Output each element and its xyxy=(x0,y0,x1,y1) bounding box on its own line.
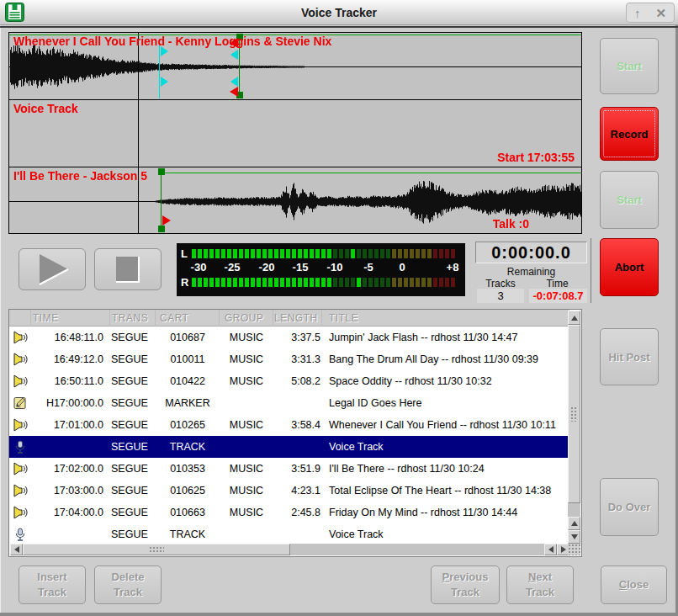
fade-handle-icon[interactable] xyxy=(161,77,168,87)
meter-segment xyxy=(209,278,214,287)
meter-segment xyxy=(368,249,373,258)
meter-segment xyxy=(280,249,284,258)
meter-segment xyxy=(416,249,420,258)
scroll-left-button-2[interactable] xyxy=(544,544,557,555)
start-handle-icon[interactable] xyxy=(158,168,165,175)
hit-post-button[interactable]: Hit Post xyxy=(600,328,659,385)
playlist-row[interactable]: 16:50:11.0SEGUE010422MUSIC5:08.2Space Od… xyxy=(9,370,569,392)
focus-rect xyxy=(603,110,655,157)
meter-segment xyxy=(351,278,355,287)
meter-segment xyxy=(221,278,225,287)
close-window-icon[interactable]: ✕ xyxy=(655,7,666,19)
meter-scale-label: -15 xyxy=(293,261,309,273)
row-group: MUSIC xyxy=(220,353,273,365)
scrollbar-corner xyxy=(568,544,580,555)
row-trans: SEGUE xyxy=(110,375,156,387)
fade-handle-icon[interactable] xyxy=(230,77,238,87)
meter-segment xyxy=(333,249,337,258)
insert-track-button[interactable]: InsertTrack xyxy=(19,566,86,604)
meter-segment xyxy=(204,249,208,258)
remaining-time-value: -0:07:08.7 xyxy=(529,289,587,303)
meter-segment xyxy=(380,249,384,258)
horizontal-scrollbar-thumb[interactable] xyxy=(23,544,290,555)
playlist-row[interactable]: 17:01:00.0SEGUE010265MUSIC3:58.4Whenever… xyxy=(9,414,569,436)
meter-segment xyxy=(310,249,314,258)
scroll-right-icon xyxy=(561,546,566,553)
playback-cursor-line xyxy=(138,33,139,233)
stop-button[interactable] xyxy=(94,248,162,290)
meter-segment xyxy=(357,249,361,258)
meter-segment xyxy=(451,249,455,258)
scroll-left-icon xyxy=(14,546,19,553)
meter-segment xyxy=(198,249,202,258)
fade-marker-line[interactable] xyxy=(159,43,160,98)
meter-segment xyxy=(262,278,267,287)
meter-segment xyxy=(327,249,331,258)
playlist-row-selected[interactable]: SEGUETRACKVoice Track xyxy=(9,436,569,458)
meter-scale-label: -30 xyxy=(191,261,207,273)
row-title: Total Eclipse Of The Heart -- rdhost 11/… xyxy=(322,485,569,497)
abort-button[interactable]: Abort xyxy=(600,238,659,296)
scroll-down-button[interactable] xyxy=(568,530,580,544)
meter-segment xyxy=(445,249,449,258)
playlist-table: TIME TRANS CART GROUP LENGTH TITLE 16:48… xyxy=(8,309,582,557)
waveform-track-music-after[interactable]: I'll Be There - Jackson 5 Talk :0 xyxy=(9,167,581,233)
scroll-up-button-2[interactable] xyxy=(568,517,580,530)
end-marker-icon[interactable] xyxy=(230,87,238,97)
speaker-icon xyxy=(9,331,31,344)
meter-segment xyxy=(257,278,261,287)
row-cart: 010625 xyxy=(156,485,220,497)
thumb-grip xyxy=(149,546,164,554)
do-over-button[interactable]: Do Over xyxy=(600,478,659,536)
scroll-left-button[interactable] xyxy=(10,544,23,555)
meter-segment xyxy=(292,278,296,287)
playlist-row[interactable]: 17:02:00.0SEGUE010353MUSIC3:51.9I'll Be … xyxy=(9,458,569,480)
row-cart: 010353 xyxy=(156,463,220,475)
button-label: PreviousTrack xyxy=(442,570,489,599)
row-cart: TRACK xyxy=(156,528,220,540)
meter-right-label: R xyxy=(181,276,188,289)
scroll-up-button[interactable] xyxy=(568,311,580,325)
start-button-2[interactable]: Start xyxy=(600,171,659,229)
playlist-row[interactable]: 17:04:00.0SEGUE010663MUSIC2:45.8Friday O… xyxy=(9,502,569,523)
title-bar[interactable]: Voice Tracker ↑ ✕ xyxy=(0,0,678,25)
header-trans: TRANS xyxy=(110,310,156,327)
start-handle-icon[interactable] xyxy=(158,226,165,232)
record-button[interactable]: Record xyxy=(600,107,659,161)
scroll-up-icon xyxy=(571,316,578,321)
meter-segment xyxy=(433,249,437,258)
meter-segment xyxy=(439,249,443,258)
play-button[interactable] xyxy=(19,248,86,290)
meter-segment xyxy=(333,278,337,287)
scroll-left-icon xyxy=(548,546,554,553)
close-button[interactable]: Close xyxy=(601,566,667,604)
next-track-button[interactable]: NextTrack xyxy=(506,566,574,604)
row-length: 4:23.1 xyxy=(273,485,322,497)
playlist-row[interactable]: H17:00:00.0SEGUEMARKERLegal ID Goes Here xyxy=(9,392,569,414)
waveform-track-voice[interactable]: Voice Track Start 17:03:55 xyxy=(9,100,581,167)
row-title: Legal ID Goes Here xyxy=(322,397,569,409)
scroll-up-icon xyxy=(571,521,578,526)
playlist-row[interactable]: 16:49:12.0SEGUE010011MUSIC3:31.3Bang The… xyxy=(9,348,569,370)
start-button-1[interactable]: Start xyxy=(600,38,659,94)
waveform-track-music-before[interactable]: Whenever I Call You Friend - Kenny Loggi… xyxy=(9,33,581,100)
fade-handle-icon[interactable] xyxy=(230,50,238,60)
meter-left-label: L xyxy=(181,247,188,260)
status-separator xyxy=(591,238,591,303)
delete-track-button[interactable]: DeleteTrack xyxy=(94,566,162,604)
meter-left-bars xyxy=(192,249,457,258)
vertical-scrollbar-thumb[interactable] xyxy=(568,325,580,503)
shade-window-icon[interactable]: ↑ xyxy=(634,7,641,19)
meter-segment xyxy=(239,249,243,258)
playlist-row[interactable]: 17:03:00.0SEGUE010625MUSIC4:23.1Total Ec… xyxy=(9,480,569,502)
meter-segment xyxy=(410,278,414,287)
meter-segment xyxy=(268,249,273,258)
meter-segment xyxy=(427,249,432,258)
previous-track-button[interactable]: PreviousTrack xyxy=(431,566,500,604)
row-title: Bang The Drum All Day -- rdhost 11/30 09… xyxy=(322,353,569,365)
row-trans: SEGUE xyxy=(110,441,156,453)
playlist-row[interactable]: 16:48:11.0SEGUE010687MUSIC3:37.5Jumpin' … xyxy=(9,327,569,348)
start-marker-line[interactable] xyxy=(161,169,162,231)
playlist-row[interactable]: SEGUETRACKVoice Track xyxy=(9,523,569,545)
talk-marker-icon[interactable] xyxy=(162,215,171,226)
